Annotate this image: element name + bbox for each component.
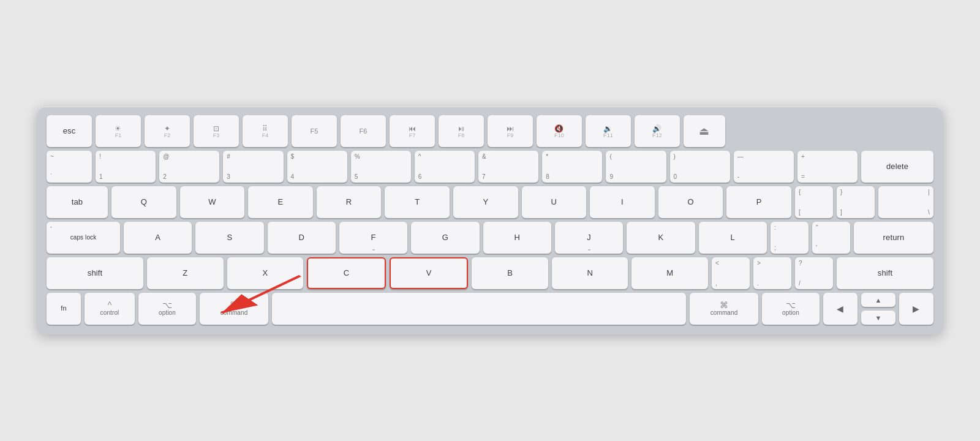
keyboard: esc ☀ F1 ✦ F2 ⊡ F3 ⠿ F4 F5 F6: [37, 107, 943, 334]
key-shift-left[interactable]: shift: [47, 257, 143, 289]
key-equals[interactable]: + =: [797, 151, 858, 183]
key-u[interactable]: U: [522, 186, 587, 218]
key-backslash[interactable]: | \: [878, 186, 933, 218]
key-f1[interactable]: ☀ F1: [96, 115, 141, 147]
key-f8[interactable]: ⏯ F8: [439, 115, 484, 147]
key-tab[interactable]: tab: [47, 186, 108, 218]
key-r[interactable]: R: [317, 186, 382, 218]
key-fn[interactable]: fn: [47, 293, 81, 325]
key-y[interactable]: Y: [453, 186, 518, 218]
key-backtick[interactable]: ~ `: [47, 151, 92, 183]
key-command-left[interactable]: ⌘ command: [200, 293, 268, 325]
key-option-right[interactable]: ⌥ option: [762, 293, 820, 325]
key-period[interactable]: > .: [753, 257, 791, 289]
key-m[interactable]: M: [631, 257, 708, 289]
arrow-ud-group: ▲ ▼: [861, 293, 895, 325]
key-return[interactable]: return: [854, 222, 933, 254]
key-f2[interactable]: ✦ F2: [145, 115, 190, 147]
key-t[interactable]: T: [385, 186, 450, 218]
key-k[interactable]: K: [627, 222, 695, 254]
key-lbracket[interactable]: { [: [795, 186, 833, 218]
key-arrow-up[interactable]: ▲: [861, 293, 895, 307]
key-p[interactable]: P: [726, 186, 791, 218]
key-command-right[interactable]: ⌘ command: [690, 293, 758, 325]
key-f12[interactable]: 🔊 F12: [635, 115, 680, 147]
key-8[interactable]: * 8: [542, 151, 602, 183]
key-c[interactable]: C: [307, 257, 386, 289]
key-0[interactable]: ) 0: [670, 151, 730, 183]
shift-row: shift Z X C V B N M <: [47, 257, 933, 289]
caps-row: • caps lock A S D F G H J: [47, 222, 933, 254]
key-rbracket[interactable]: } ]: [837, 186, 875, 218]
key-1[interactable]: ! 1: [96, 151, 156, 183]
key-i[interactable]: I: [590, 186, 655, 218]
key-control[interactable]: ^ control: [85, 293, 135, 325]
key-f10[interactable]: 🔇 F10: [537, 115, 582, 147]
key-f[interactable]: F: [339, 222, 407, 254]
key-semicolon[interactable]: : ;: [771, 222, 809, 254]
key-shift-right[interactable]: shift: [837, 257, 933, 289]
bottom-row: fn ^ control ⌥ option ⌘ command ⌘ comman…: [47, 293, 933, 325]
key-h[interactable]: H: [483, 222, 551, 254]
key-f4[interactable]: ⠿ F4: [243, 115, 288, 147]
key-4[interactable]: $ 4: [287, 151, 347, 183]
key-o[interactable]: O: [658, 186, 723, 218]
key-e[interactable]: E: [248, 186, 313, 218]
key-w[interactable]: W: [180, 186, 245, 218]
fn-row: esc ☀ F1 ✦ F2 ⊡ F3 ⠿ F4 F5 F6: [47, 115, 933, 147]
key-quote[interactable]: " ': [812, 222, 850, 254]
key-j[interactable]: J: [555, 222, 623, 254]
key-n[interactable]: N: [552, 257, 628, 289]
key-s[interactable]: S: [195, 222, 263, 254]
key-6[interactable]: ^ 6: [415, 151, 475, 183]
key-a[interactable]: A: [124, 222, 192, 254]
key-d[interactable]: D: [268, 222, 336, 254]
key-f7[interactable]: ⏮ F7: [390, 115, 435, 147]
key-l[interactable]: L: [699, 222, 767, 254]
key-esc[interactable]: esc: [47, 115, 92, 147]
key-arrow-left[interactable]: ◀: [823, 293, 858, 325]
key-minus[interactable]: — -: [734, 151, 794, 183]
key-x[interactable]: X: [227, 257, 304, 289]
key-b[interactable]: B: [472, 257, 548, 289]
key-g[interactable]: G: [411, 222, 479, 254]
key-2[interactable]: @ 2: [159, 151, 219, 183]
key-f11[interactable]: 🔉 F11: [586, 115, 631, 147]
key-caps-lock[interactable]: • caps lock: [47, 222, 120, 254]
key-9[interactable]: ( 9: [606, 151, 666, 183]
key-comma[interactable]: < ,: [712, 257, 750, 289]
key-delete[interactable]: delete: [861, 151, 933, 183]
keyboard-wrapper: esc ☀ F1 ✦ F2 ⊡ F3 ⠿ F4 F5 F6: [37, 107, 943, 334]
key-slash[interactable]: ? /: [795, 257, 833, 289]
key-z[interactable]: Z: [147, 257, 224, 289]
key-arrow-right[interactable]: ▶: [899, 293, 933, 325]
key-7[interactable]: & 7: [478, 151, 538, 183]
key-power[interactable]: ⏏: [684, 115, 725, 147]
key-arrow-down[interactable]: ▼: [861, 311, 895, 325]
key-v[interactable]: V: [390, 257, 469, 289]
key-option-left[interactable]: ⌥ option: [138, 293, 196, 325]
key-f6[interactable]: F6: [341, 115, 386, 147]
key-q[interactable]: Q: [111, 186, 176, 218]
tab-row: tab Q W E R T Y U I: [47, 186, 933, 218]
key-f5[interactable]: F5: [292, 115, 337, 147]
key-f3[interactable]: ⊡ F3: [194, 115, 239, 147]
key-space[interactable]: [272, 293, 686, 325]
key-5[interactable]: % 5: [351, 151, 411, 183]
number-row: ~ ` ! 1 @ 2 # 3 $ 4 % 5: [47, 151, 933, 183]
key-3[interactable]: # 3: [223, 151, 283, 183]
key-f9[interactable]: ⏭ F9: [488, 115, 533, 147]
